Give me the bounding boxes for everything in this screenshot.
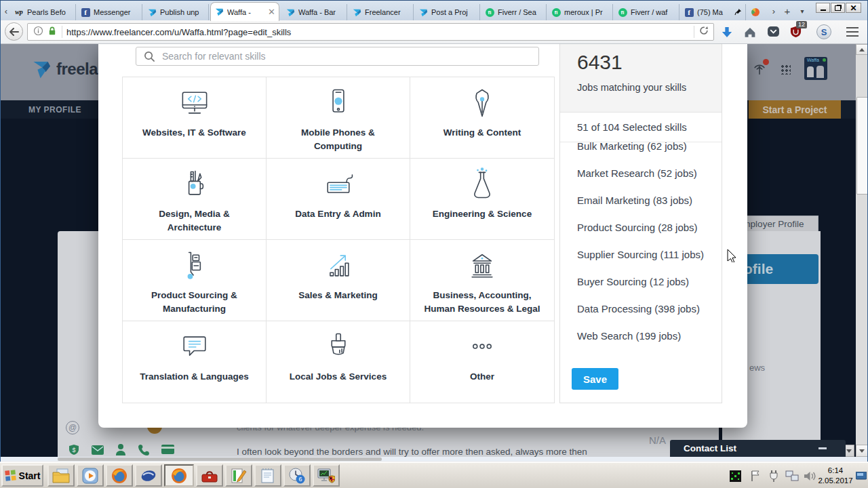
tab-pin-icon — [734, 8, 742, 17]
tab-scroll-right-button[interactable]: › — [768, 5, 780, 18]
category-cell[interactable]: Other — [410, 321, 554, 403]
security-monitor-button[interactable] — [313, 464, 340, 487]
browser-tab[interactable]: Waffa - Bar — [282, 4, 347, 20]
browser-tab[interactable]: wp Pearls Befo — [11, 4, 76, 20]
window-bottom-strip — [0, 457, 868, 462]
window-left-edge — [0, 1, 1, 462]
skill-item[interactable]: Supplier Sourcing (111 jobs) — [560, 241, 722, 268]
volume-icon[interactable] — [802, 468, 818, 484]
seamonkey-button[interactable] — [135, 464, 162, 487]
category-cell[interactable]: Design, Media & Architecture — [123, 159, 267, 240]
taskbar: Start 6 — [0, 462, 868, 488]
firefox-active-button[interactable] — [164, 464, 194, 487]
freelancer-icon — [352, 7, 361, 17]
new-tab-button[interactable]: + — [781, 5, 793, 18]
browser-tab[interactable]: Freelancer — [349, 4, 414, 20]
network-activity-tray-icon[interactable] — [727, 468, 743, 484]
pencil-cup-icon — [123, 167, 266, 202]
back-button[interactable] — [5, 22, 23, 41]
scrollbar-down-button[interactable] — [856, 445, 868, 457]
horizontal-scrollbar-thumb[interactable] — [58, 458, 382, 461]
browser-scrollbar[interactable] — [856, 44, 868, 457]
window-minimize-button[interactable] — [816, 3, 830, 13]
tray-clock[interactable]: 6:14 2.05.2017 — [816, 464, 854, 487]
clock-app-button[interactable]: 6 — [283, 464, 311, 487]
home-icon[interactable] — [741, 24, 759, 40]
category-cell[interactable]: Engineering & Science — [410, 159, 554, 240]
file-explorer-button[interactable] — [47, 464, 75, 487]
ellipsis-icon — [410, 329, 554, 365]
skill-item[interactable]: Bulk Marketing (62 jobs) — [560, 142, 722, 160]
browser-tab[interactable]: Post a Proj — [415, 4, 480, 20]
category-cell[interactable]: Mobile Phones & Computing — [267, 77, 410, 159]
download-icon[interactable] — [718, 24, 736, 40]
bar-chart-icon — [267, 248, 410, 283]
start-button[interactable]: Start — [1, 464, 43, 487]
ublock-shield-icon[interactable]: 12 — [787, 24, 804, 40]
https-lock-icon[interactable] — [47, 26, 57, 39]
tab-close-icon[interactable]: ✕ — [268, 7, 275, 17]
freelancer-icon — [285, 7, 295, 17]
skill-item[interactable]: Product Sourcing (28 jobs) — [560, 214, 722, 241]
browser-tab[interactable]: fi Fiverr / Sea — [481, 4, 547, 20]
category-cell[interactable]: Translation & Languages — [123, 321, 267, 403]
reload-icon[interactable] — [699, 26, 709, 38]
category-cell[interactable]: Local Jobs & Services — [267, 321, 410, 403]
browser-tab[interactable]: fi meroux | Pr — [548, 4, 613, 20]
skill-item[interactable]: Buyer Sourcing (12 jobs) — [560, 268, 722, 296]
window-close-button[interactable]: ✕ — [846, 3, 861, 13]
skill-item[interactable]: Market Research (52 jobs) — [560, 160, 722, 187]
page-info-icon[interactable] — [33, 26, 43, 39]
firefox-button[interactable] — [106, 464, 133, 487]
jobs-summary: 6431 Jobs matching your skills — [560, 44, 722, 113]
contact-list-bar[interactable]: Contact List — [670, 440, 846, 457]
skill-item[interactable]: Email Marketing (83 jobs) — [560, 187, 722, 214]
menu-hamburger-icon[interactable] — [844, 24, 861, 40]
category-cell[interactable]: Product Sourcing & Manufacturing — [123, 240, 267, 321]
category-cell[interactable]: Websites, IT & Software — [123, 77, 267, 159]
selected-skills-header: 51 of 104 Selected skills — [560, 113, 722, 142]
browser-tab-partial[interactable] — [747, 4, 768, 20]
browser-tab[interactable]: f Messenger — [77, 4, 142, 20]
tab-title: Waffa - Bar — [298, 8, 343, 16]
url-input[interactable]: https://www.freelancer.com/u/Waffa.html?… — [66, 27, 694, 37]
scrollbar-thumb[interactable] — [856, 97, 868, 195]
skill-item[interactable]: Data Processing (398 jobs) — [560, 296, 722, 323]
browser-tab[interactable]: Publish unp — [144, 4, 209, 20]
toolbox-button[interactable] — [196, 464, 223, 487]
media-player-button[interactable] — [77, 464, 104, 487]
notepad-button[interactable] — [254, 464, 281, 487]
action-center-flag-icon[interactable] — [747, 468, 764, 484]
paint-brush-icon — [267, 329, 410, 365]
search-input[interactable] — [136, 47, 539, 66]
browser-tab[interactable]: fi Fiverr / waf — [614, 4, 679, 20]
category-cell[interactable]: Data Entry & Admin — [267, 159, 410, 240]
skill-item[interactable]: Web Search (199 jobs) — [560, 323, 722, 350]
scrollbar-up-button[interactable] — [856, 44, 868, 55]
browser-tab[interactable]: f (75) Ma — [681, 4, 746, 20]
s-extension-icon[interactable]: S — [815, 24, 833, 40]
fiverr-icon: fi — [485, 7, 494, 17]
mouse-cursor — [727, 249, 739, 262]
tab-title: meroux | Pr — [564, 8, 609, 16]
search-icon — [144, 51, 155, 62]
show-desktop-button[interactable] — [856, 465, 867, 487]
selected-skills-list[interactable]: Bulk Marketing (62 jobs) Market Research… — [560, 142, 722, 360]
tab-list-dropdown-button[interactable]: ▾ — [796, 5, 808, 18]
network-tray-icon[interactable] — [784, 468, 800, 484]
pocket-icon[interactable] — [764, 24, 782, 40]
contact-list-minimize-icon[interactable] — [818, 447, 827, 449]
fiverr-icon: fi — [551, 7, 561, 17]
url-bar[interactable]: https://www.freelancer.com/u/Waffa.html?… — [27, 23, 714, 41]
pen-nib-icon — [410, 85, 554, 121]
category-cell[interactable]: Sales & Marketing — [267, 240, 410, 321]
tab-title: Fiverr / waf — [631, 8, 675, 16]
category-grid: Websites, IT & Software Mobile Phones & … — [122, 77, 555, 403]
editor-button[interactable] — [225, 464, 252, 487]
power-plug-icon[interactable] — [766, 468, 782, 484]
browser-tab-active[interactable]: Waffa - ✕ — [210, 2, 279, 21]
save-button[interactable]: Save — [572, 368, 618, 390]
category-cell[interactable]: Business, Accounting, Human Resources & … — [410, 240, 554, 321]
category-cell[interactable]: Writing & Content — [410, 77, 554, 159]
window-restore-button[interactable] — [831, 3, 845, 13]
